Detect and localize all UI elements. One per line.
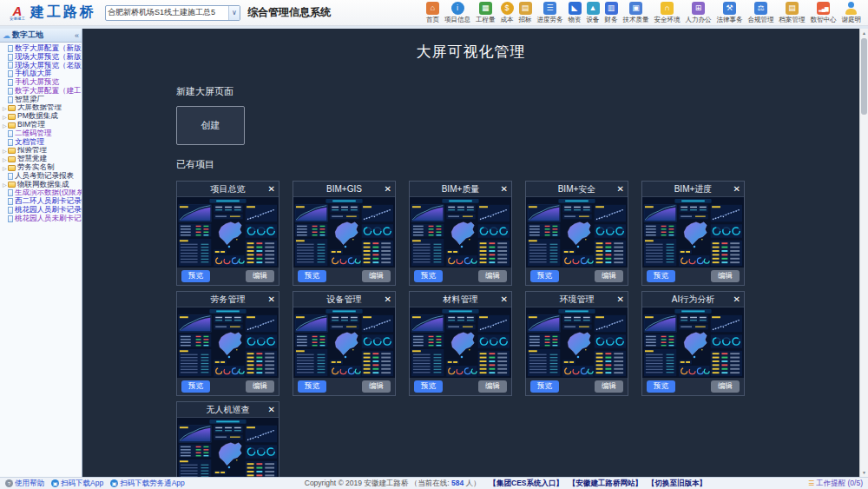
close-icon[interactable]	[268, 182, 275, 196]
sidebar-item[interactable]: 生成演示数据(仅限系统管理	[0, 189, 82, 198]
dashboard-thumbnail[interactable]	[177, 418, 279, 477]
edit-button[interactable]: 编辑	[362, 380, 391, 393]
nav-item[interactable]: ⌂ 首页	[424, 1, 442, 24]
sidebar-item[interactable]: 现场大屏预览（老版大屏）	[0, 62, 82, 70]
preview-button[interactable]: 预览	[181, 380, 210, 393]
sidebar-item[interactable]: 智慧梁厂	[0, 96, 82, 104]
nav-item[interactable]: ▤ 招标	[516, 1, 535, 24]
sidebar-item[interactable]: 数字大屏配置（新版大屏）	[0, 44, 82, 53]
close-icon[interactable]	[268, 403, 275, 417]
download-labor-app-link[interactable]: 扫码下载劳务通App	[110, 479, 185, 489]
close-icon[interactable]	[501, 293, 508, 307]
sidebar-item[interactable]: 手机版大屏	[0, 69, 82, 78]
preview-button[interactable]: 预览	[530, 380, 559, 393]
close-icon[interactable]	[617, 293, 624, 307]
edit-button[interactable]: 编辑	[362, 270, 391, 282]
sidebar-item[interactable]: 文档管理	[0, 138, 82, 147]
sidebar-item[interactable]: 大屏数据管理	[0, 104, 82, 113]
dashboard-thumbnail[interactable]	[293, 197, 395, 268]
nav-item[interactable]: ☰ 进度劳务	[535, 1, 566, 24]
thumbnail-graphic	[526, 307, 628, 378]
sidebar-item[interactable]: 桃花园人员刷卡记录报表	[0, 206, 82, 215]
create-button[interactable]: 创建	[176, 106, 245, 145]
preview-button[interactable]: 预览	[181, 270, 210, 282]
sidebar-item[interactable]: 报验管理	[0, 147, 82, 155]
sidebar-item[interactable]: 手机大屏预览	[0, 78, 82, 87]
sidebar-item-label: 人员考勤记录报表	[15, 172, 74, 181]
sidebar-item[interactable]: 现场大屏预览（新版大屏）	[0, 53, 82, 62]
preview-button[interactable]: 预览	[414, 380, 443, 393]
dashboard-thumbnail[interactable]	[526, 307, 628, 378]
nav-item[interactable]: ▲ 设备	[584, 1, 602, 24]
dashboard-thumbnail[interactable]	[642, 307, 744, 378]
edit-button[interactable]: 编辑	[246, 270, 274, 282]
close-icon[interactable]	[268, 293, 275, 307]
preview-button[interactable]: 预览	[530, 270, 559, 282]
edit-button[interactable]: 编辑	[595, 380, 623, 393]
dashboard-thumbnail[interactable]	[410, 307, 511, 378]
dashboard-card: BIM+质量	[409, 181, 512, 286]
sidebar-item[interactable]: 智慧党建	[0, 155, 82, 163]
dashboard-thumbnail[interactable]	[177, 307, 279, 378]
footer-link[interactable]: 【安徽建工路桥网站】	[569, 479, 642, 489]
edit-button[interactable]: 编辑	[478, 270, 507, 282]
edit-button[interactable]: 编辑	[711, 380, 740, 393]
edit-button[interactable]: 编辑	[595, 270, 623, 282]
dashboard-card: BIM+进度	[641, 181, 745, 286]
nav-item[interactable]: ⚖ 合规管理	[746, 1, 777, 24]
dashboard-thumbnail[interactable]	[410, 197, 511, 268]
nav-item[interactable]: ⊞ 人力办公	[683, 1, 714, 24]
close-icon[interactable]	[385, 293, 391, 307]
nav-item[interactable]: ◣ 物资	[566, 1, 584, 24]
workflow-link[interactable]: 工作提醒 (0/5)	[808, 479, 863, 489]
scroll-up-arrow-icon[interactable]	[860, 29, 868, 37]
company-logo[interactable]: A 安徽建工 建工路桥	[7, 3, 96, 22]
dashboard-thumbnail[interactable]	[642, 197, 744, 268]
close-icon[interactable]	[733, 182, 740, 196]
collapse-icon[interactable]: «	[75, 31, 79, 40]
nav-item[interactable]: ▣ 技术质量	[621, 1, 652, 24]
nav-item[interactable]: i 项目信息	[442, 1, 473, 24]
sidebar-item[interactable]: 数字大屏配置（建工）	[0, 87, 82, 96]
preview-button[interactable]: 预览	[647, 380, 675, 393]
sidebar-item[interactable]: 劳务实名制	[0, 163, 82, 172]
nav-item[interactable]: ∩ 安全环境	[652, 1, 683, 24]
footer-link[interactable]: 【切换至旧版本】	[648, 479, 707, 489]
footer-link[interactable]: 【集团CES系统入口】	[490, 479, 563, 489]
close-icon[interactable]	[385, 182, 391, 196]
dashboard-thumbnail[interactable]	[293, 307, 395, 378]
preview-button[interactable]: 预览	[298, 380, 326, 393]
edit-button[interactable]: 编辑	[246, 380, 274, 393]
close-icon[interactable]	[617, 182, 624, 196]
sidebar-item[interactable]: 西二环人员刷卡记录报表	[0, 197, 82, 206]
nav-item[interactable]: ▦ 工程量	[473, 1, 498, 24]
sidebar-item[interactable]: PM数据集成	[0, 112, 82, 121]
dashboard-thumbnail[interactable]	[526, 197, 628, 268]
nav-item[interactable]: ▥ 财务	[602, 1, 621, 24]
download-app-link[interactable]: 扫码下载App	[51, 479, 103, 489]
edit-button[interactable]: 编辑	[711, 270, 740, 282]
scroll-down-arrow-icon[interactable]	[860, 468, 868, 477]
preview-button[interactable]: 预览	[298, 270, 326, 282]
user-menu[interactable]: 谢庭明	[839, 1, 865, 24]
scrollbar[interactable]	[859, 29, 868, 477]
scroll-thumb[interactable]	[861, 38, 867, 115]
dashboard-thumbnail[interactable]	[177, 197, 279, 268]
sidebar-item[interactable]: BIM管理	[0, 121, 82, 129]
sidebar-item[interactable]: 人员考勤记录报表	[0, 172, 82, 181]
help-link[interactable]: 使用帮助	[5, 479, 44, 489]
sidebar-item[interactable]: 二维码管理	[0, 129, 82, 138]
preview-button[interactable]: 预览	[647, 270, 675, 282]
edit-button[interactable]: 编辑	[478, 380, 507, 393]
card-footer: 预览 编辑	[410, 378, 511, 395]
project-select[interactable]: 合肥新桥机场S1线土建施工总5 ∨	[105, 5, 240, 21]
close-icon[interactable]	[733, 293, 740, 307]
nav-item[interactable]: ▂▄▆ 数智中心	[808, 1, 839, 24]
sidebar-item[interactable]: 桃花园人员未刷卡记录报表	[0, 215, 82, 223]
preview-button[interactable]: 预览	[414, 270, 443, 282]
nav-item[interactable]: ⚒ 法律事务	[714, 1, 746, 24]
close-icon[interactable]	[501, 182, 508, 196]
nav-item[interactable]: ▤ 档案管理	[777, 1, 808, 24]
nav-item[interactable]: $ 成本	[498, 1, 516, 24]
sidebar-item[interactable]: 物联网数据集成	[0, 181, 82, 189]
